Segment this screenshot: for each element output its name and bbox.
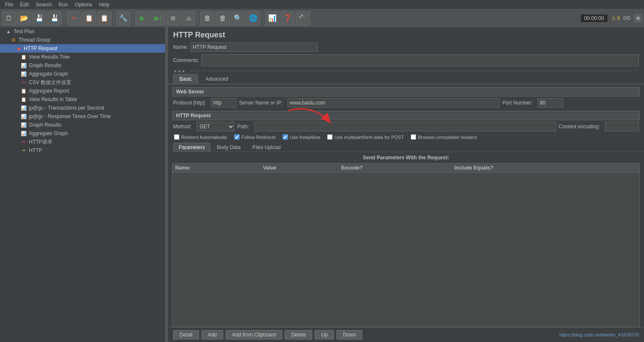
clear-button[interactable]: 🗑 [200,11,215,25]
tree-item-aggregate-report[interactable]: 📋 Aggregate Report [0,87,165,95]
menu-options[interactable]: Options [71,1,95,8]
redirect-auto-checkbox[interactable] [174,134,179,140]
menu-help[interactable]: Help [95,1,113,8]
copy-button[interactable]: 📋 [82,11,96,25]
name-input[interactable] [190,42,318,52]
stop-button[interactable]: ⏹ [166,11,180,25]
paste-button[interactable]: 📋 [97,11,112,25]
right-panel: HTTP Request Name: Comments: ▲▲▲ ⋯ Basic… [168,27,644,342]
status-bar-url: https://blog.csdn.net/weixin_43379278 [560,332,639,337]
use-keepalive-checkbox[interactable] [283,134,288,140]
view-results-tree-label: View Results Tree [29,54,70,60]
browser-headers-checkbox[interactable] [411,134,416,140]
comments-label: Comments: [173,57,199,63]
detail-button[interactable]: Detail [173,330,199,339]
tree-item-http-request[interactable]: ◆ HTTP Request [0,44,165,53]
tree-item-thread-group[interactable]: ⚙ Thread Group [0,36,165,44]
port-input[interactable] [538,98,563,107]
sub-tab-bar: Parameters Body Data Files Upload [168,143,644,152]
use-keepalive-checkbox-label[interactable]: Use KeepAlive [283,134,320,140]
col-value: Value [260,164,339,172]
path-label: Path: [237,124,249,130]
warning-badge: ⚠ 0 [611,15,620,21]
collapse-handle[interactable]: ▲▲▲ ⋯ [168,68,644,74]
tree-item-graph-results[interactable]: 📊 Graph Results [0,61,165,70]
tab-advanced[interactable]: Advanced [199,74,234,84]
browser-headers-label: Browser-compatible headers [418,135,477,140]
plugin-button[interactable]: 🔌 [296,11,310,25]
tree-item-jp-tps[interactable]: 📊 jp@gc - Transactions per Second [0,104,165,112]
expand-all-button[interactable]: ⊕ [634,14,642,23]
main-tab-bar: Basic Advanced [168,74,644,85]
menu-run[interactable]: Run [55,1,71,8]
menu-search[interactable]: Search [32,1,55,8]
tree-item-view-results-tree[interactable]: 📋 View Results Tree [0,53,165,61]
menu-file[interactable]: File [2,1,17,8]
view-results-tree-icon: 📋 [20,54,27,60]
tree-item-aggregate-graph-2[interactable]: 📊 Aggregate Graph [0,129,165,138]
browser-headers-checkbox-label[interactable]: Browser-compatible headers [411,134,477,140]
tree-item-csv-data[interactable]: ✂ CSV 数据文件设置 [0,78,165,87]
clear-all-button[interactable]: 🗑 [216,11,230,25]
port-label: Port Number: [502,100,532,106]
tree-item-http-req-chin[interactable]: ✏ HTTP请求 [0,138,165,146]
up-button[interactable]: Up [315,330,334,339]
csv-data-icon: ✂ [20,79,27,86]
tree-item-http[interactable]: ✏ HTTP [0,146,165,155]
use-keepalive-label: Use KeepAlive [290,135,320,140]
multipart-checkbox-label[interactable]: Use multipart/form-data for POST [327,134,404,140]
params-table: Name: Value Encode? Include Equals? [172,163,640,327]
start-button[interactable]: ▶ [135,11,150,25]
start-no-pause-button[interactable]: ▶| [151,11,165,25]
save-button[interactable]: 💾 [32,11,47,25]
shutdown-button[interactable]: ⏏ [181,11,196,25]
web-server-section-header: Web Server [172,87,640,96]
method-select[interactable]: GET POST PUT DELETE PATCH HEAD OPTIONS [196,122,235,131]
tree-item-jp-rtot[interactable]: 📊 jp@gc - Response Times Over Time [0,112,165,121]
protocol-input[interactable] [211,98,236,107]
content-enc-input[interactable] [605,122,639,131]
help-button[interactable]: ❓ [280,11,295,25]
server-label: Server Name or IP: [239,100,283,106]
save-as-button[interactable]: 💾 [48,11,62,25]
server-input[interactable] [288,98,500,107]
panel-title: HTTP Request [168,27,644,41]
new-button[interactable]: 🗋 [2,11,16,25]
aggregate-report-label: Aggregate Report [29,88,69,94]
comments-textarea[interactable] [202,54,639,66]
col-include-equals: Include Equals? [452,164,639,172]
tree-item-aggregate-graph[interactable]: 📊 Aggregate Graph [0,70,165,78]
search-btn[interactable]: 🔍 [231,11,245,25]
thread-group-label: Thread Group [19,37,50,43]
add-button[interactable]: Add [202,330,223,339]
open-button[interactable]: 📂 [17,11,31,25]
aggregate-graph-2-icon: 📊 [20,130,27,137]
follow-redirects-checkbox[interactable] [234,134,240,140]
tab-basic[interactable]: Basic [173,74,198,84]
menu-edit[interactable]: Edit [17,1,32,8]
follow-redirects-checkbox-label[interactable]: Follow Redirects [234,134,276,140]
test-plan-icon: ▲ [5,28,12,35]
comments-row: Comments: [168,53,644,68]
csv-data-label: CSV 数据文件设置 [29,79,71,86]
tree-item-view-results-table[interactable]: 📋 View Results in Table [0,95,165,104]
redirect-auto-checkbox-label[interactable]: Redirect Automatically [174,134,227,140]
multipart-checkbox[interactable] [327,134,333,140]
test-plan-label: Test Plan [14,28,34,34]
tree-item-test-plan[interactable]: ▲ Test Plan [0,27,165,36]
path-input[interactable] [254,122,556,131]
view-results-table-label: View Results in Table [29,96,77,102]
expand-button[interactable]: 🔧 [116,11,131,25]
http-request-section-header: HTTP Request [172,111,640,120]
table-button[interactable]: 📊 [265,11,280,25]
cut-button[interactable]: ✂ [67,11,81,25]
sub-tab-parameters[interactable]: Parameters [173,143,210,152]
add-from-clipboard-button[interactable]: Add from Clipboard [226,330,282,339]
down-button[interactable]: Down [336,330,362,339]
tree-item-graph-results-2[interactable]: 📊 Graph Results [0,121,165,129]
sub-tab-files-upload[interactable]: Files Upload [247,143,286,152]
jp-tps-icon: 📊 [20,105,27,111]
sub-tab-body-data[interactable]: Body Data [211,143,246,152]
delete-button[interactable]: Delete [285,330,312,339]
remote-button[interactable]: 🌐 [246,11,260,25]
